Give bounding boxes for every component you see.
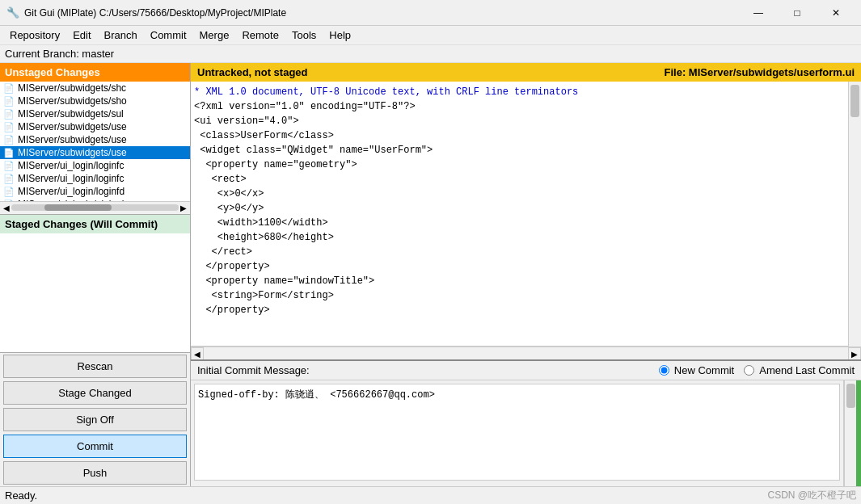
file-icon-0: 📄 <box>3 83 15 94</box>
new-commit-radio[interactable] <box>659 365 669 376</box>
amend-commit-label: Amend Last Commit <box>759 364 855 376</box>
title-bar: 🔧 Git Gui (MIPlate) C:/Users/75666/Deskt… <box>0 0 861 26</box>
current-branch-label: Current Branch: master <box>5 48 114 60</box>
title-bar-controls: — □ ✕ <box>740 0 855 26</box>
menu-remote[interactable]: Remote <box>235 27 285 43</box>
action-buttons: Rescan Stage Changed Sign Off Commit Pus… <box>0 352 190 486</box>
unstaged-hscroll[interactable]: ◀ ▶ <box>0 201 190 214</box>
app-icon: 🔧 <box>6 6 19 19</box>
commit-body: Signed-off-by: 陈骁逍、 <756662667@qq.com> <box>191 380 861 486</box>
commit-options: New Commit Amend Last Commit <box>659 364 855 376</box>
file-icon-6: 📄 <box>3 161 15 171</box>
close-button[interactable]: ✕ <box>817 0 855 26</box>
commit-message-label: Initial Commit Message: <box>197 364 310 376</box>
menu-branch[interactable]: Branch <box>98 27 144 43</box>
commit-area: Initial Commit Message: New Commit Amend… <box>191 359 861 486</box>
status-text: Ready. <box>5 489 37 502</box>
file-icon-3: 📄 <box>3 122 15 132</box>
diff-container: * XML 1.0 document, UTF-8 Unicode text, … <box>191 82 861 346</box>
file-status-label: Untracked, not staged <box>197 66 308 78</box>
menu-edit[interactable]: Edit <box>66 27 97 43</box>
unstaged-file-6[interactable]: 📄 MIServer/ui_login/loginfc <box>0 159 190 172</box>
diff-hscroll-track[interactable] <box>204 347 848 359</box>
diff-vscrollbar[interactable] <box>848 82 861 346</box>
unstaged-file-7[interactable]: 📄 MIServer/ui_login/loginfc <box>0 172 190 185</box>
unstaged-header: Unstaged Changes <box>0 63 190 82</box>
main-area: Unstaged Changes 📄 MIServer/subwidgets/s… <box>0 63 861 486</box>
diff-line-0: * XML 1.0 document, UTF-8 Unicode text, … <box>194 85 845 99</box>
commit-msg-area: Signed-off-by: 陈骁逍、 <756662667@qq.com> <box>191 380 843 486</box>
commit-scrollbar-area <box>843 380 861 486</box>
diff-line-2: <ui version="4.0"> <box>194 114 845 128</box>
file-name-label: File: MIServer/subwidgets/userform.ui <box>665 66 855 78</box>
unstaged-file-2[interactable]: 📄 MIServer/subwidgets/sul <box>0 107 190 120</box>
amend-commit-radio-label[interactable]: Amend Last Commit <box>744 364 855 376</box>
hscroll-right-arrow[interactable]: ▶ <box>179 204 188 212</box>
left-panel: Unstaged Changes 📄 MIServer/subwidgets/s… <box>0 63 191 486</box>
diff-hscroll-right[interactable]: ▶ <box>848 347 861 360</box>
diff-line-13: <property name="windowTitle"> <box>194 274 845 288</box>
diff-line-8: <y>0</y> <box>194 201 845 216</box>
status-bar: Ready. CSDN @吃不橙子吧 <box>0 486 861 504</box>
menu-bar: Repository Edit Branch Commit Merge Remo… <box>0 26 861 45</box>
unstaged-hscroll-thumb <box>44 204 112 211</box>
unstaged-file-1[interactable]: 📄 MIServer/subwidgets/sho <box>0 94 190 107</box>
staged-header: Staged Changes (Will Commit) <box>0 214 190 233</box>
file-icon-2: 📄 <box>3 109 15 120</box>
file-info-bar: Untracked, not staged File: MIServer/sub… <box>191 63 861 82</box>
diff-line-9: <width>1100</width> <box>194 216 845 230</box>
unstaged-file-8[interactable]: 📄 MIServer/ui_login/loginfd <box>0 185 190 198</box>
diff-line-6: <rect> <box>194 172 845 187</box>
commit-green-indicator <box>856 380 861 486</box>
staged-file-list <box>0 233 190 353</box>
commit-vscrollbar[interactable] <box>844 380 857 486</box>
watermark-text: CSDN @吃不橙子吧 <box>767 489 856 502</box>
unstaged-file-list: 📄 MIServer/subwidgets/shc 📄 MIServer/sub… <box>0 82 190 201</box>
rescan-button[interactable]: Rescan <box>3 355 187 378</box>
commit-header: Initial Commit Message: New Commit Amend… <box>191 361 861 380</box>
diff-line-4: <widget class="QWidget" name="UserForm"> <box>194 143 845 158</box>
diff-hscroll[interactable]: ◀ ▶ <box>191 346 861 359</box>
unstaged-hscroll-track <box>11 204 179 211</box>
unstaged-file-3[interactable]: 📄 MIServer/subwidgets/use <box>0 120 190 133</box>
unstaged-file-0[interactable]: 📄 MIServer/subwidgets/shc <box>0 82 190 94</box>
sign-off-button[interactable]: Sign Off <box>3 408 187 431</box>
diff-line-1: <?xml version="1.0" encoding="UTF-8"?> <box>194 99 845 114</box>
menu-merge[interactable]: Merge <box>193 27 236 43</box>
diff-line-3: <class>UserForm</class> <box>194 128 845 143</box>
diff-hscroll-left[interactable]: ◀ <box>191 347 204 360</box>
file-icon-8: 📄 <box>3 187 15 197</box>
diff-line-15: </property> <box>194 303 845 317</box>
title-bar-text: Git Gui (MIPlate) C:/Users/75666/Desktop… <box>24 7 740 19</box>
branch-bar: Current Branch: master <box>0 45 861 63</box>
diff-line-10: <height>680</height> <box>194 230 845 245</box>
menu-repository[interactable]: Repository <box>3 27 66 43</box>
hscroll-left-arrow[interactable]: ◀ <box>2 204 11 212</box>
right-panel: Untracked, not staged File: MIServer/sub… <box>191 63 861 486</box>
diff-view[interactable]: * XML 1.0 document, UTF-8 Unicode text, … <box>191 82 848 346</box>
menu-tools[interactable]: Tools <box>285 27 323 43</box>
file-icon-4: 📄 <box>3 135 15 145</box>
diff-line-5: <property name="geometry"> <box>194 158 845 172</box>
file-icon-5: 📄 <box>3 148 15 158</box>
minimize-button[interactable]: — <box>740 0 777 26</box>
diff-line-14: <string>Form</string> <box>194 288 845 303</box>
push-button[interactable]: Push <box>3 461 187 485</box>
diff-line-12: </property> <box>194 259 845 274</box>
unstaged-file-5[interactable]: 📄 MIServer/subwidgets/use <box>0 146 190 159</box>
diff-line-7: <x>0</x> <box>194 187 845 201</box>
stage-changed-button[interactable]: Stage Changed <box>3 381 187 405</box>
maximize-button[interactable]: □ <box>779 0 816 26</box>
commit-button[interactable]: Commit <box>3 435 187 458</box>
new-commit-radio-label[interactable]: New Commit <box>659 364 734 376</box>
menu-commit[interactable]: Commit <box>144 27 193 43</box>
unstaged-file-4[interactable]: 📄 MIServer/subwidgets/use <box>0 133 190 146</box>
amend-commit-radio[interactable] <box>744 365 754 376</box>
diff-line-11: </rect> <box>194 245 845 259</box>
commit-message-textarea[interactable]: Signed-off-by: 陈骁逍、 <756662667@qq.com> <box>194 384 840 481</box>
new-commit-label: New Commit <box>674 364 734 376</box>
file-icon-7: 📄 <box>3 174 15 184</box>
menu-help[interactable]: Help <box>323 27 357 43</box>
file-icon-1: 📄 <box>3 96 15 107</box>
